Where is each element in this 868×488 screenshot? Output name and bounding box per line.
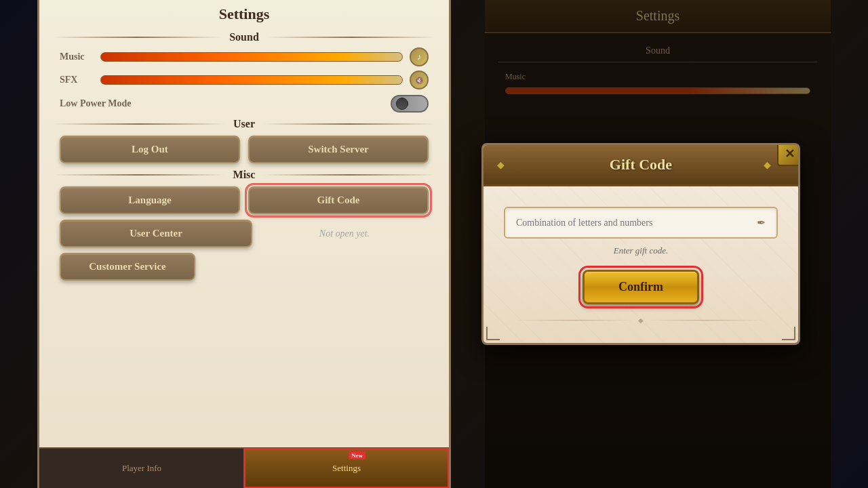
settings-panel-title: Settings <box>39 0 449 26</box>
confirm-button-container: Confirm <box>504 270 778 304</box>
gift-code-modal: Gift Code ✕ ✒ Enter gift code. Confirm ◆ <box>481 143 800 345</box>
gift-code-input[interactable] <box>516 218 757 228</box>
settings-tab-label: Settings <box>332 463 361 474</box>
player-info-tab[interactable]: Player Info <box>39 449 244 488</box>
deco-line-left <box>517 320 633 321</box>
music-slider[interactable] <box>100 52 403 62</box>
sound-section-header: Sound <box>53 31 435 43</box>
new-badge: New <box>349 451 366 460</box>
toggle-knob <box>393 95 410 112</box>
quill-icon: ✒ <box>757 216 766 229</box>
modal-body: ✒ Enter gift code. Confirm ◆ <box>484 186 798 343</box>
confirm-button[interactable]: Confirm <box>583 270 699 304</box>
customer-service-row: Customer Service <box>60 253 429 281</box>
low-power-toggle-row: Low Power Mode <box>60 95 429 113</box>
settings-panel: Settings Sound Music ♪ SFX 🔇 Low Power M… <box>37 0 451 488</box>
hint-text: Enter gift code. <box>504 245 778 256</box>
gift-input-container[interactable]: ✒ <box>504 207 778 239</box>
modal-overlay: Gift Code ✕ ✒ Enter gift code. Confirm ◆ <box>448 0 834 488</box>
user-buttons-row: Log Out Switch Server <box>60 136 429 163</box>
modal-close-button[interactable]: ✕ <box>777 143 800 166</box>
modal-title: Gift Code <box>511 156 771 174</box>
language-button[interactable]: Language <box>60 186 240 214</box>
bottom-tabs: Player Info New Settings <box>39 447 449 488</box>
logout-button[interactable]: Log Out <box>60 136 240 163</box>
music-slider-row: Music ♪ <box>60 47 429 66</box>
music-icon: ♪ <box>410 47 429 66</box>
low-power-label: Low Power Mode <box>60 98 384 109</box>
low-power-toggle[interactable] <box>391 95 429 113</box>
sfx-slider[interactable] <box>100 75 403 85</box>
switch-server-button[interactable]: Switch Server <box>248 136 429 163</box>
player-info-label: Player Info <box>122 463 161 474</box>
deco-line-right <box>649 320 764 321</box>
music-label: Music <box>60 52 94 62</box>
misc-buttons-row-1: Language Gift Code <box>60 186 429 214</box>
deco-diamond: ◆ <box>638 317 644 324</box>
user-center-button[interactable]: User Center <box>60 220 252 247</box>
user-section-header: User <box>53 118 435 130</box>
sfx-label: SFX <box>60 75 94 85</box>
gift-code-button[interactable]: Gift Code <box>248 186 429 214</box>
modal-header: Gift Code ✕ <box>484 145 798 186</box>
sfx-slider-row: SFX 🔇 <box>60 70 429 89</box>
modal-footer-decoration: ◆ <box>504 311 778 329</box>
misc-section-header: Misc <box>53 169 435 181</box>
misc-buttons-row-2: User Center Not open yet. <box>60 220 429 247</box>
customer-service-button[interactable]: Customer Service <box>60 253 195 281</box>
sfx-icon: 🔇 <box>410 70 429 89</box>
not-open-text: Not open yet. <box>260 220 429 247</box>
settings-tab[interactable]: New Settings <box>244 449 449 488</box>
